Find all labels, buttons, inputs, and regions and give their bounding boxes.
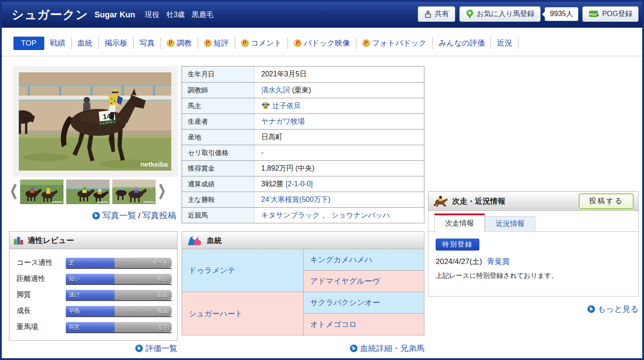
relative-link-2[interactable]: ショウナンバッハ (331, 211, 390, 220)
aptitude-row-heavy-track: 重馬場 得意 苦手 (13, 319, 173, 335)
play-icon (92, 212, 100, 220)
next-race-date-line: 2024/4/27(土) 青葉賞 (436, 256, 631, 267)
tab-pedigree[interactable]: 血統 (72, 37, 99, 49)
tab-results[interactable]: 戦績 (44, 37, 72, 49)
tab-next-race-info[interactable]: 次走情報 (434, 213, 485, 232)
favorite-count-bubble: 9935人 (545, 7, 579, 21)
svg-text:netkeiba: netkeiba (51, 201, 63, 203)
tab-board[interactable]: 掲示板 (99, 37, 134, 49)
play-icon (587, 305, 595, 313)
aptitude-bar: 短い 長い (66, 274, 172, 284)
tab-recent-info[interactable]: 近況情報 (485, 216, 535, 232)
next-race-content: 特別登録 2024/4/27(土) 青葉賞 上記レースに特別登録されております。 (428, 232, 638, 287)
share-icon (424, 10, 432, 18)
main-horse-photo[interactable]: 14 シュガークン netkeiba (13, 66, 178, 177)
next-race-body: 次走情報 近況情報 特別登録 2024/4/27(土) 青葉賞 上記レースに特別… (428, 211, 639, 297)
header-actions: 共有 お気に入り馬登録 9935人 POG (418, 6, 639, 22)
pedigree-section: 血統 ドゥラメンテ キングカメハメハ アドマイヤグルーヴ シュガーハート サクラ… (182, 231, 424, 335)
breeder-link[interactable]: ヤナガワ牧場 (261, 117, 305, 126)
share-label: 共有 (435, 9, 449, 19)
pedigree-dam-dam[interactable]: オトメゴコロ (303, 314, 424, 335)
tab-training[interactable]: P調教 (161, 37, 198, 49)
photo-thumbnail-strip: netkeiba netkeiba netkeiba (10, 179, 179, 205)
horse-tags: 現役 牡3歳 黒鹿毛 (145, 10, 213, 20)
play-icon (350, 344, 358, 352)
horse-name-en: Sugar Kun (94, 10, 135, 20)
table-row-trainer: 調教師 清水久詞 (栗東) (182, 82, 424, 98)
tab-photo-paddock[interactable]: Pフォトパドック (356, 37, 433, 49)
photo-post-link[interactable]: 写真投稿 (142, 211, 176, 220)
play-icon (135, 344, 143, 352)
racing-horse-icon (433, 195, 448, 207)
photo-thumbnail-3[interactable]: netkeiba (112, 180, 156, 204)
aptitude-bar: 逃げ 追込 (66, 290, 172, 300)
next-photos-arrow[interactable] (158, 182, 166, 201)
page-header: シュガークン Sugar Kun 現役 牡3歳 黒鹿毛 共有 (2, 2, 642, 28)
share-button[interactable]: 共有 (418, 6, 455, 22)
pedigree-sire-dam[interactable]: アドマイヤグルーヴ (303, 271, 424, 292)
horse-profile-page: シュガークン Sugar Kun 現役 牡3歳 黒鹿毛 共有 (0, 0, 644, 360)
pedigree-sire-sire[interactable]: キングカメハメハ (303, 249, 424, 271)
sex-age-label: 牡3歳 (166, 10, 185, 20)
main-win-link[interactable]: 24’大寒桜賞(500万下) (261, 195, 330, 205)
pedigree-detail-link[interactable]: 血統詳細・兄弟馬 (360, 344, 424, 353)
horse-name: シュガークン (12, 7, 88, 23)
favorite-register-label: お気に入り馬登録 (477, 9, 534, 19)
premium-icon: P (241, 39, 249, 47)
favorite-count: 9935人 (550, 9, 573, 19)
aptitude-review-section: 適性レビュー コース適性 芝 ダート 距離適性 短い 長い 脚質 逃げ (9, 231, 178, 341)
tab-top[interactable]: TOP (13, 37, 44, 50)
svg-text:netkeiba: netkeiba (97, 201, 109, 203)
bar-chart-icon (14, 236, 24, 245)
pedigree-header: 血統 (182, 231, 424, 249)
record-link[interactable]: [2-1-0-0] (286, 180, 313, 188)
owner-silks-icon (261, 101, 270, 110)
coat-color-label: 黒鹿毛 (192, 10, 213, 20)
pog-icon: POG (589, 10, 599, 18)
pedigree-table: ドゥラメンテ キングカメハメハ アドマイヤグルーヴ シュガーハート サクラバクシ… (182, 249, 424, 335)
tab-recent-news[interactable]: 近況 (491, 37, 518, 49)
post-button[interactable]: 投稿する (579, 193, 634, 209)
photo-watermark: netkeiba (140, 160, 168, 168)
aptitude-review-title: 適性レビュー (28, 235, 74, 246)
premium-icon: P (167, 39, 174, 47)
aptitude-review-header: 適性レビュー (9, 231, 178, 249)
table-row-career-record: 通算成績 3戦2勝 [2-1-0-0] (182, 176, 424, 192)
more-link[interactable]: もっと見る (597, 305, 639, 314)
tab-photos[interactable]: 写真 (134, 37, 161, 49)
favorite-register-button[interactable]: お気に入り馬登録 (459, 6, 541, 22)
trainer-link[interactable]: 清水久詞 (261, 86, 290, 95)
pedigree-dam[interactable]: シュガーハート (182, 292, 303, 335)
tab-comment-short[interactable]: P短評 (198, 37, 235, 49)
aptitude-row-running-style: 脚質 逃げ 追込 (13, 287, 173, 303)
pedigree-dam-sire[interactable]: サクラバクシンオー (303, 292, 424, 314)
aptitude-row-distance: 距離適性 短い 長い (13, 271, 173, 287)
next-race-section: 次走・近況情報 投稿する 次走情報 近況情報 特別登録 2024/4/27(土)… (428, 191, 639, 297)
table-row-birthdate: 生年月日 2021年3月5日 (182, 67, 424, 82)
table-row-owner: 馬主 辻子依旦 (182, 98, 424, 113)
photo-list-link[interactable]: 写真一覧 (102, 211, 136, 220)
aptitude-review-body: コース適性 芝 ダート 距離適性 短い 長い 脚質 逃げ 追込 (9, 249, 178, 341)
table-row-birthplace: 産地 日高町 (182, 129, 424, 145)
next-race-tabs: 次走情報 近況情報 (428, 211, 638, 232)
tab-everyone-rating[interactable]: みんなの評価 (433, 37, 491, 49)
relative-link-1[interactable]: キタサンブラック (261, 211, 320, 220)
table-row-auction-price: セリ取引価格 - (182, 145, 424, 160)
horse-photo-illustration: 14 シュガークン netkeiba (19, 72, 171, 171)
photo-thumbnail-2[interactable]: netkeiba (66, 180, 110, 204)
svg-text:POG: POG (590, 13, 598, 17)
rating-list-link[interactable]: 評価一覧 (145, 344, 178, 353)
owner-link[interactable]: 辻子依旦 (272, 101, 301, 111)
horse-heads-icon (186, 235, 203, 246)
photo-links: 写真一覧/写真投稿 (13, 210, 176, 222)
pog-register-button[interactable]: POG POG登録 (582, 6, 639, 22)
aptitude-bar: 得意 苦手 (66, 322, 172, 332)
prev-photos-arrow[interactable] (10, 182, 17, 201)
tab-comments[interactable]: Pコメント (235, 37, 288, 49)
photo-thumbnail-1[interactable]: netkeiba (20, 180, 64, 204)
status-badge: 現役 (145, 10, 159, 20)
tab-paddock-video[interactable]: Pパドック映像 (288, 37, 356, 49)
aptitude-row-course: コース適性 芝 ダート (13, 255, 173, 271)
next-race-link[interactable]: 青葉賞 (487, 257, 510, 266)
pedigree-sire[interactable]: ドゥラメンテ (182, 249, 303, 292)
